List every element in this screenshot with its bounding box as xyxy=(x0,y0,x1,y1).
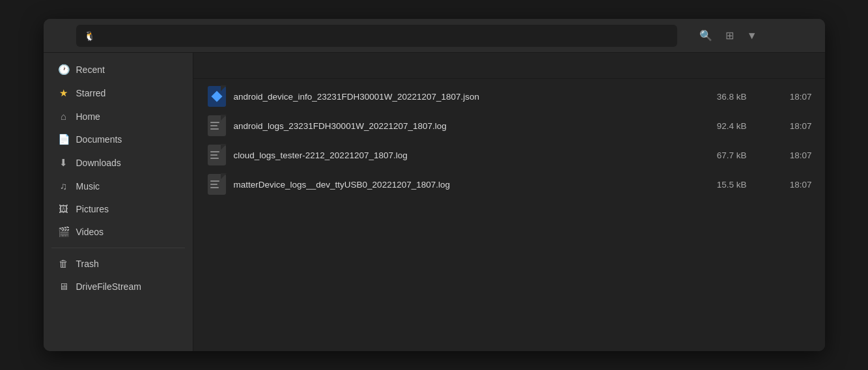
sidebar-item-label-recent: Recent xyxy=(76,64,105,75)
log-icon xyxy=(208,145,226,165)
sidebar-item-label-trash: Trash xyxy=(76,259,99,269)
file-name: android_device_info_23231FDH30001W_20221… xyxy=(234,92,682,102)
log-icon xyxy=(208,115,226,136)
view-toggle-button[interactable]: ▼ xyxy=(742,27,763,45)
file-name: android_logs_23231FDH30001W_20221207_180… xyxy=(234,121,682,131)
grid-view-button[interactable]: ⊞ xyxy=(720,26,739,45)
sidebar-divider xyxy=(51,248,185,248)
maximize-button[interactable] xyxy=(792,33,804,38)
trash-icon: 🗑 xyxy=(58,258,70,269)
file-modified: 18:07 xyxy=(747,92,812,102)
file-icon-file4 xyxy=(206,173,227,196)
file-size: 67.7 kB xyxy=(682,150,747,160)
titlebar: 🐧 🔍 ⊞ ▼ xyxy=(44,19,825,53)
file-manager-window: 🐧 🔍 ⊞ ▼ 🕐Recent★Starred⌂Home📄Documents⬇D… xyxy=(44,19,825,351)
menu-button[interactable] xyxy=(681,33,692,39)
search-button[interactable]: 🔍 xyxy=(694,26,718,45)
nav-buttons xyxy=(50,33,72,38)
sidebar-item-recent[interactable]: 🕐Recent xyxy=(48,59,189,81)
home-icon: ⌂ xyxy=(58,111,70,122)
starred-icon: ★ xyxy=(58,87,70,99)
file-list-header xyxy=(193,53,825,79)
file-name: cloud_logs_tester-2212_20221207_1807.log xyxy=(234,150,682,160)
sidebar-item-pictures[interactable]: 🖼Pictures xyxy=(48,198,189,220)
sidebar-item-drivefilestream[interactable]: 🖥DriveFileStream xyxy=(48,276,189,297)
sidebar: 🕐Recent★Starred⌂Home📄Documents⬇Downloads… xyxy=(44,53,193,351)
downloads-icon: ⬇ xyxy=(58,157,70,169)
table-row[interactable]: android_device_info_23231FDH30001W_20221… xyxy=(196,82,822,111)
sidebar-item-music[interactable]: ♫Music xyxy=(48,175,189,197)
file-list: android_device_info_23231FDH30001W_20221… xyxy=(193,53,825,351)
sidebar-item-label-home: Home xyxy=(76,111,100,122)
sidebar-item-videos[interactable]: 🎬Videos xyxy=(48,221,189,243)
drivefilestream-icon: 🖥 xyxy=(58,281,70,292)
file-icon-file1 xyxy=(206,85,227,108)
sidebar-item-label-documents: Documents xyxy=(76,134,122,145)
titlebar-actions: 🔍 ⊞ ▼ xyxy=(681,26,819,45)
file-rows: android_device_info_23231FDH30001W_20221… xyxy=(193,79,825,351)
log-icon xyxy=(208,174,226,195)
sidebar-item-downloads[interactable]: ⬇Downloads xyxy=(48,152,189,174)
sidebar-item-label-music: Music xyxy=(76,181,100,192)
videos-icon: 🎬 xyxy=(58,226,70,238)
sidebar-item-starred[interactable]: ★Starred xyxy=(48,82,189,104)
file-size: 15.5 kB xyxy=(682,180,747,190)
file-modified: 18:07 xyxy=(747,150,812,160)
file-modified: 18:07 xyxy=(747,121,812,131)
documents-icon: 📄 xyxy=(58,134,70,145)
minimize-button[interactable] xyxy=(778,33,790,38)
file-size: 92.4 kB xyxy=(682,121,747,131)
music-icon: ♫ xyxy=(58,180,70,192)
list-view-button[interactable] xyxy=(765,33,776,39)
main-content: 🕐Recent★Starred⌂Home📄Documents⬇Downloads… xyxy=(44,53,825,351)
back-button[interactable] xyxy=(50,33,61,38)
file-size: 36.8 kB xyxy=(682,92,747,102)
file-icon-file3 xyxy=(206,143,227,167)
table-row[interactable]: android_logs_23231FDH30001W_20221207_180… xyxy=(196,111,822,140)
sidebar-item-documents[interactable]: 📄Documents xyxy=(48,128,189,150)
sidebar-item-label-pictures: Pictures xyxy=(76,204,109,214)
close-button[interactable] xyxy=(807,33,819,38)
file-name: matterDevice_logs__dev_ttyUSB0_20221207_… xyxy=(234,180,682,190)
file-modified: 18:07 xyxy=(747,180,812,190)
json-icon xyxy=(208,86,226,107)
path-bar[interactable]: 🐧 xyxy=(76,25,677,47)
sidebar-item-label-downloads: Downloads xyxy=(76,158,121,168)
forward-button[interactable] xyxy=(62,33,72,38)
distro-icon: 🐧 xyxy=(84,31,95,41)
file-icon-file2 xyxy=(206,114,227,137)
table-row[interactable]: matterDevice_logs__dev_ttyUSB0_20221207_… xyxy=(196,170,822,199)
sidebar-item-home[interactable]: ⌂Home xyxy=(48,106,189,127)
sidebar-item-label-videos: Videos xyxy=(76,227,104,237)
table-row[interactable]: cloud_logs_tester-2212_20221207_1807.log… xyxy=(196,141,822,169)
recent-icon: 🕐 xyxy=(58,64,70,76)
pictures-icon: 🖼 xyxy=(58,203,70,214)
sidebar-item-label-starred: Starred xyxy=(76,88,106,98)
sidebar-item-label-drivefilestream: DriveFileStream xyxy=(76,281,141,292)
sidebar-item-trash[interactable]: 🗑Trash xyxy=(48,253,189,274)
